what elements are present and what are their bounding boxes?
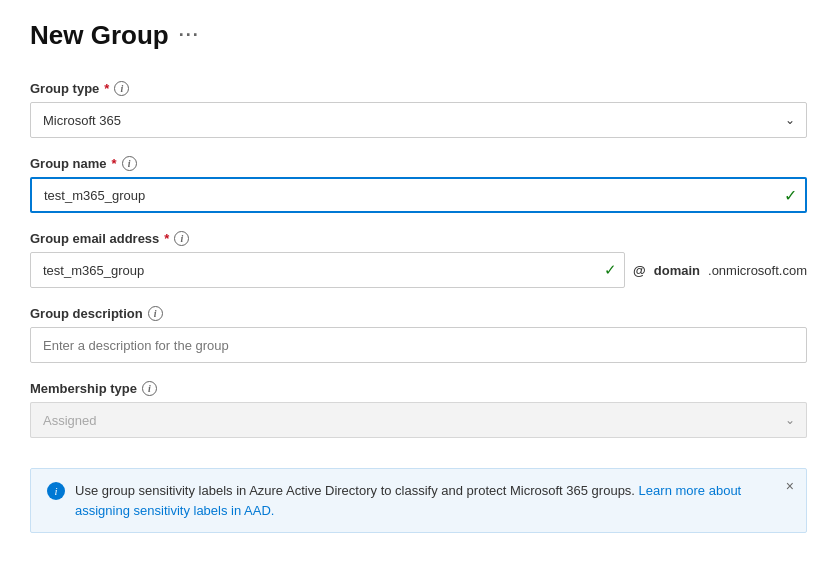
email-suffix-text: .onmicrosoft.com xyxy=(708,263,807,278)
group-type-info-icon[interactable]: i xyxy=(114,81,129,96)
group-type-label: Group type * i xyxy=(30,81,807,96)
info-banner-icon: i xyxy=(47,482,65,500)
email-input-wrapper: ✓ xyxy=(30,252,625,288)
info-banner: i Use group sensitivity labels in Azure … xyxy=(30,468,807,533)
group-email-label: Group email address * i xyxy=(30,231,807,246)
more-options-icon[interactable]: ··· xyxy=(179,25,200,46)
page-title-section: New Group ··· xyxy=(30,20,807,51)
required-star-type: * xyxy=(104,81,109,96)
info-banner-text: Use group sensitivity labels in Azure Ac… xyxy=(75,481,790,520)
group-email-check-icon: ✓ xyxy=(604,261,617,279)
email-row: ✓ @ domain .onmicrosoft.com xyxy=(30,252,807,288)
membership-type-info-icon[interactable]: i xyxy=(142,381,157,396)
group-type-section: Group type * i Microsoft 365 Security Ma… xyxy=(30,81,807,138)
group-description-info-icon[interactable]: i xyxy=(148,306,163,321)
group-description-label: Group description i xyxy=(30,306,807,321)
group-name-check-icon: ✓ xyxy=(784,186,797,205)
group-email-input[interactable] xyxy=(30,252,625,288)
required-star-email: * xyxy=(164,231,169,246)
membership-type-label: Membership type i xyxy=(30,381,807,396)
group-email-section: Group email address * i ✓ @ domain .onmi… xyxy=(30,231,807,288)
required-star-name: * xyxy=(112,156,117,171)
group-type-select-wrapper[interactable]: Microsoft 365 Security Mail-enabled secu… xyxy=(30,102,807,138)
membership-type-select-wrapper[interactable]: Assigned ⌄ xyxy=(30,402,807,438)
page-title: New Group xyxy=(30,20,169,51)
group-name-info-icon[interactable]: i xyxy=(122,156,137,171)
group-name-input[interactable] xyxy=(30,177,807,213)
membership-type-select[interactable]: Assigned xyxy=(30,402,807,438)
group-name-label: Group name * i xyxy=(30,156,807,171)
group-email-info-icon[interactable]: i xyxy=(174,231,189,246)
email-domain-text: domain xyxy=(654,263,700,278)
group-name-section: Group name * i ✓ xyxy=(30,156,807,213)
membership-type-section: Membership type i Assigned ⌄ xyxy=(30,381,807,438)
info-banner-close-button[interactable]: × xyxy=(786,479,794,493)
group-description-input[interactable] xyxy=(30,327,807,363)
group-name-input-wrapper: ✓ xyxy=(30,177,807,213)
group-type-select[interactable]: Microsoft 365 Security Mail-enabled secu… xyxy=(30,102,807,138)
email-at-symbol: @ xyxy=(633,263,646,278)
group-description-section: Group description i xyxy=(30,306,807,363)
